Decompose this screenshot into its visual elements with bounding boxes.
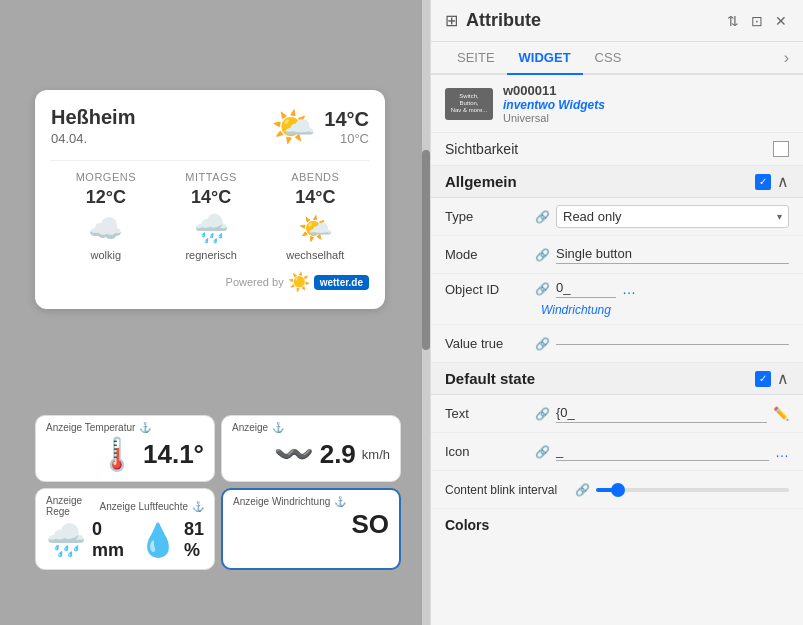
weather-temp-high: 14°C: [324, 108, 369, 131]
widget-wind-label: Anzeige ⚓: [232, 422, 390, 433]
colors-section-label: Colors: [431, 509, 803, 537]
forecast-icon-0: ☁️: [88, 212, 123, 245]
attr-text-row: Text 🔗 {0_ ✏️: [431, 395, 803, 433]
attr-text-value-area: 🔗 {0_ ✏️: [535, 405, 789, 423]
widget-windrichtung-value-row: SO: [233, 509, 389, 540]
section-allgemein-collapse[interactable]: ∧: [777, 172, 789, 191]
attr-valuetrue-value-area: 🔗: [535, 337, 789, 351]
forecast-temp-1: 14°C: [191, 187, 231, 208]
widget-info-row: Switch,Button,Nav & more... w000011 inve…: [431, 75, 803, 133]
attr-type-row: Type 🔗 Read only ▾: [431, 198, 803, 236]
attr-icon-row: Icon 🔗 _ …: [431, 433, 803, 471]
attr-valuetrue-name: Value true: [445, 336, 535, 351]
forecast-icon-2: 🌤️: [298, 212, 333, 245]
attr-mode-row: Mode 🔗 Single button: [431, 236, 803, 274]
panel-title: Attribute: [466, 10, 541, 31]
widget-type: Universal: [503, 112, 605, 124]
forecast-abends: ABENDS 14°C 🌤️ wechselhaft: [286, 171, 344, 261]
attr-type-value: Read only: [563, 209, 622, 224]
link-icon-text: 🔗: [535, 407, 550, 421]
link-icon-valuetrue: 🔗: [535, 337, 550, 351]
visibility-label: Sichtbarkeit: [445, 141, 518, 157]
widget-wind-value-row: 〰️ 2.9 km/h: [232, 435, 390, 473]
popout-button[interactable]: ⊡: [749, 11, 765, 31]
attr-blink-name: Content blink interval: [445, 483, 575, 497]
rain-icon: 🌧️: [46, 521, 86, 559]
widget-regen-top: Anzeige Rege Anzeige Luftfeuchte ⚓: [46, 495, 204, 519]
section-defaultstate-title: Default state: [445, 370, 535, 387]
widget-windrichtung-label: Anzeige Windrichtung ⚓: [233, 496, 389, 507]
link-icon-type: 🔗: [535, 210, 550, 224]
section-allgemein-checkbox[interactable]: ✓: [755, 174, 771, 190]
anchor-icon-0: ⚓: [139, 422, 151, 433]
forecast-temp-0: 12°C: [86, 187, 126, 208]
left-panel: Heßheim 04.04. 🌤️ 14°C 10°C MORGENS 12°C…: [0, 0, 430, 625]
tab-more-button[interactable]: ›: [784, 49, 789, 67]
widget-temperatur-value-row: 🌡️ 14.1°: [46, 435, 204, 473]
section-defaultstate-collapse[interactable]: ∧: [777, 369, 789, 388]
widget-luftfeuchte-value: 81 %: [184, 519, 204, 561]
section-allgemein-controls: ✓ ∧: [755, 172, 789, 191]
anchor-icon-3: ⚓: [192, 501, 204, 512]
weather-divider: [51, 160, 369, 161]
anchor-icon-1: ⚓: [272, 422, 284, 433]
weather-forecast: MORGENS 12°C ☁️ wolkig MITTAGS 14°C 🌧️ r…: [51, 171, 369, 261]
widget-regen-value: 0 mm: [92, 519, 124, 561]
link-icon-blink: 🔗: [575, 483, 590, 497]
attr-valuetrue-row: Value true 🔗: [431, 325, 803, 363]
forecast-morgens: MORGENS 12°C ☁️ wolkig: [76, 171, 136, 261]
scroll-track[interactable]: [422, 0, 430, 625]
visibility-checkbox[interactable]: [773, 141, 789, 157]
widget-luftfeuchte-label-inline: Anzeige Luftfeuchte ⚓: [100, 501, 204, 512]
tab-seite[interactable]: SEITE: [445, 42, 507, 75]
weather-temp-low: 10°C: [324, 131, 369, 146]
link-icon-objectid: 🔗: [535, 282, 550, 296]
dots-button-objectid[interactable]: …: [622, 281, 636, 297]
blink-slider-track[interactable]: [596, 488, 789, 492]
widget-wind: Anzeige ⚓ 〰️ 2.9 km/h: [221, 415, 401, 482]
tab-css[interactable]: CSS: [583, 42, 634, 75]
weather-date: 04.04.: [51, 131, 135, 146]
forecast-mittags: MITTAGS 14°C 🌧️ regnerisch: [185, 171, 237, 261]
dots-button-icon[interactable]: …: [775, 444, 789, 460]
close-button[interactable]: ✕: [773, 11, 789, 31]
attr-type-value-area: 🔗 Read only ▾: [535, 205, 789, 228]
forecast-temp-2: 14°C: [295, 187, 335, 208]
edit-button-text[interactable]: ✏️: [773, 406, 789, 421]
section-defaultstate-checkbox[interactable]: ✓: [755, 371, 771, 387]
attr-type-value-box[interactable]: Read only ▾: [556, 205, 789, 228]
widget-regen: Anzeige Rege Anzeige Luftfeuchte ⚓ 🌧️ 0 …: [35, 488, 215, 570]
attr-icon-value-area: 🔗 _ …: [535, 443, 789, 461]
widget-temp-number: 14.1°: [143, 439, 204, 470]
panel-title-row: ⊞ Attribute: [445, 10, 541, 31]
widget-id-col: w000011 inventwo Widgets Universal: [503, 83, 605, 124]
panel-controls: ⇅ ⊡ ✕: [725, 11, 789, 31]
weather-main-icon: 🌤️: [271, 106, 316, 148]
forecast-label-0: MORGENS: [76, 171, 136, 183]
link-icon-icon: 🔗: [535, 445, 550, 459]
widget-temperatur-label: Anzeige Temperatur ⚓: [46, 422, 204, 433]
attr-objectid-name: Object ID: [445, 282, 535, 297]
thermometer-icon: 🌡️: [97, 435, 137, 473]
widget-regen-luftfeuchte-values: 🌧️ 0 mm 💧 81 %: [46, 519, 204, 561]
section-allgemein-header: Allgemein ✓ ∧: [431, 166, 803, 198]
right-panel: ⊞ Attribute ⇅ ⊡ ✕ SEITE WIDGET CSS › Swi…: [430, 0, 803, 625]
attr-objectid-value-area: 🔗 0_ …: [535, 280, 789, 298]
widget-wind-unit: km/h: [362, 447, 390, 462]
attr-blink-row: Content blink interval 🔗: [431, 471, 803, 509]
expand-button[interactable]: ⇅: [725, 11, 741, 31]
weather-temp-main: 14°C 10°C: [324, 108, 369, 146]
attr-objectid-inner: Object ID 🔗 0_ …: [445, 280, 789, 298]
forecast-label-2: ABENDS: [291, 171, 339, 183]
widget-grid: Anzeige Temperatur ⚓ 🌡️ 14.1° Anzeige ⚓ …: [35, 415, 425, 570]
tab-widget[interactable]: WIDGET: [507, 42, 583, 75]
anchor-icon-4: ⚓: [334, 496, 346, 507]
scroll-thumb[interactable]: [422, 150, 430, 350]
weather-location: Heßheim 04.04.: [51, 106, 135, 146]
section-defaultstate-header: Default state ✓ ∧: [431, 363, 803, 395]
blink-slider-thumb[interactable]: [611, 483, 625, 497]
attr-objectid-row: Object ID 🔗 0_ … Windrichtung: [431, 274, 803, 325]
forecast-desc-0: wolkig: [91, 249, 122, 261]
attr-valuetrue-value: [556, 342, 789, 345]
widget-regen-label: Anzeige Rege: [46, 495, 92, 517]
